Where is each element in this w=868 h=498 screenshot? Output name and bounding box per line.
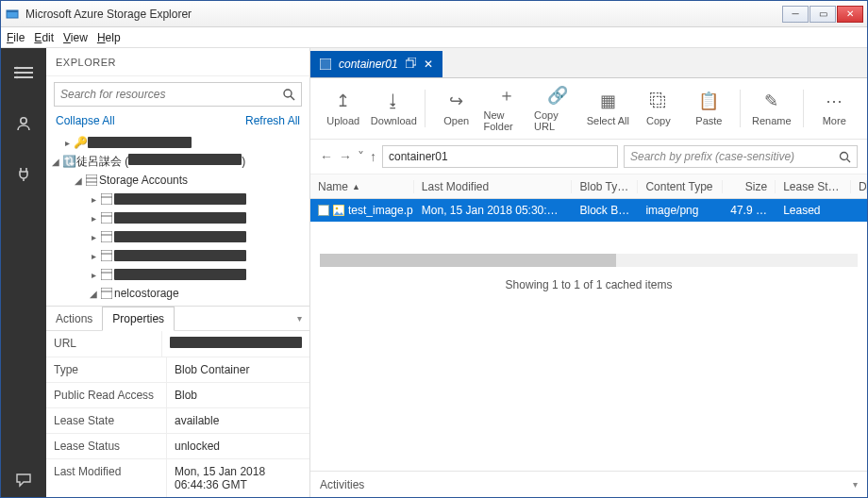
tree-storage-account-item[interactable]: ▸ <box>46 265 309 284</box>
blob-size: 47.9 KB <box>723 204 776 217</box>
more-button[interactable]: ⋯More <box>810 84 858 133</box>
minimize-button[interactable]: ─ <box>782 6 809 23</box>
col-blob-type[interactable]: Blob Type <box>572 180 638 193</box>
paste-button[interactable]: 📋Paste <box>686 84 733 133</box>
image-file-icon <box>333 204 344 217</box>
activity-explorer-icon[interactable] <box>1 56 46 90</box>
account-label: nelcostorage <box>114 287 179 300</box>
menu-help[interactable]: Help <box>97 31 121 44</box>
tree-storage-account-nelco[interactable]: ◢nelcostorage <box>46 284 309 303</box>
col-name[interactable]: Name ▲ <box>310 180 414 193</box>
subscription-label: 徒呂謀会 () <box>76 154 245 170</box>
blob-grid-header: Name ▲ Last Modified Blob Type Content T… <box>310 174 867 199</box>
nav-up-icon[interactable]: ↑ <box>370 149 376 164</box>
svg-rect-16 <box>101 212 112 224</box>
horizontal-scrollbar[interactable] <box>320 254 858 267</box>
tree-subscription[interactable]: ◢🔃徒呂謀会 () <box>46 152 309 171</box>
svg-rect-1 <box>7 10 18 12</box>
copy-button[interactable]: ⿻Copy <box>635 84 682 133</box>
toolbar-divider <box>425 90 426 127</box>
prefix-search-box[interactable]: Search by prefix (case-sensitive) <box>624 145 858 168</box>
activity-feedback-icon[interactable] <box>1 463 46 497</box>
menu-file[interactable]: File <box>7 31 25 44</box>
open-button[interactable]: ↪Open <box>433 84 480 133</box>
toolbar-divider <box>803 90 804 127</box>
col-size[interactable]: Size <box>723 180 776 193</box>
tab-properties[interactable]: Properties <box>102 307 175 331</box>
doc-tab-container01[interactable]: container01 ✕ <box>310 51 442 77</box>
nav-back-icon[interactable]: ← <box>320 149 333 164</box>
tree-row-collapsed[interactable]: ▸🔑 <box>46 133 309 152</box>
blob-row[interactable]: test_image.png Mon, 15 Jan 2018 05:30:07… <box>310 199 867 222</box>
tree-storage-account-item[interactable]: ▸ <box>46 227 309 246</box>
svg-rect-28 <box>320 58 331 70</box>
scrollbar-thumb[interactable] <box>320 254 616 267</box>
prop-row: Lease Stateavailable <box>46 407 309 433</box>
activity-account-icon[interactable] <box>1 107 46 141</box>
svg-rect-11 <box>86 174 97 186</box>
paste-icon: 📋 <box>698 91 719 111</box>
prop-row: Public Read AccessBlob <box>46 382 309 407</box>
copy-url-button[interactable]: 🔗Copy URL <box>534 84 581 133</box>
close-button[interactable]: ✕ <box>837 6 863 23</box>
download-button[interactable]: ⭳Download <box>371 84 418 133</box>
nav-forward-icon[interactable]: → <box>339 149 352 164</box>
nav-down-icon[interactable]: ˅ <box>358 149 364 164</box>
doc-tab-label: container01 <box>339 58 398 71</box>
svg-line-32 <box>847 158 851 162</box>
prop-row: Last ModifiedMon, 15 Jan 2018 06:44:36 G… <box>46 458 309 497</box>
refresh-all-link[interactable]: Refresh All <box>245 114 300 127</box>
menu-view[interactable]: View <box>63 31 88 44</box>
resource-search-input[interactable] <box>60 88 282 101</box>
grid-status: Showing 1 to 1 of 1 cached items <box>310 273 867 301</box>
select-all-button[interactable]: ▦Select All <box>585 84 632 133</box>
plus-icon: ＋ <box>498 85 515 106</box>
blob-grid-body: test_image.png Mon, 15 Jan 2018 05:30:07… <box>310 199 867 301</box>
content-area: container01 ✕ ↥Upload ⭳Download ↪Open ＋N… <box>310 48 867 497</box>
tab-close-icon[interactable]: ✕ <box>424 58 433 71</box>
upload-button[interactable]: ↥Upload <box>320 84 367 133</box>
activity-bar <box>1 48 46 497</box>
svg-rect-33 <box>319 206 329 216</box>
nav-row: ← → ˅ ↑ container01 Search by prefix (ca… <box>310 140 867 174</box>
svg-point-9 <box>284 90 292 97</box>
checkbox-icon[interactable] <box>318 204 329 217</box>
activity-connect-icon[interactable] <box>1 158 46 191</box>
svg-rect-22 <box>101 269 112 280</box>
tab-link-icon[interactable] <box>406 58 416 71</box>
col-lease-state[interactable]: Lease State <box>776 180 851 193</box>
blob-modified: Mon, 15 Jan 2018 05:30:07 GMT <box>414 204 573 217</box>
tree-storage-account-item[interactable]: ▸ <box>46 190 309 208</box>
col-modified[interactable]: Last Modified <box>414 180 573 193</box>
tab-actions[interactable]: Actions <box>46 307 102 330</box>
svg-line-10 <box>291 96 294 100</box>
upload-icon: ↥ <box>336 91 350 111</box>
tree-storage-accounts[interactable]: ◢Storage Accounts <box>46 171 309 190</box>
chevron-down-icon[interactable]: ▾ <box>290 313 309 324</box>
resource-search-box[interactable] <box>54 82 302 107</box>
properties-table: URL TypeBlob Container Public Read Acces… <box>46 331 309 497</box>
select-all-icon: ▦ <box>600 91 616 111</box>
svg-point-8 <box>21 118 26 124</box>
svg-rect-30 <box>406 60 413 68</box>
activities-panel-header[interactable]: Activities ▾ <box>310 471 867 497</box>
tree-storage-account-item[interactable]: ▸ <box>46 208 309 227</box>
path-box[interactable]: container01 <box>382 145 618 168</box>
rename-button[interactable]: ✎Rename <box>748 84 795 133</box>
tree-storage-account-item[interactable]: ▸ <box>46 246 309 265</box>
new-folder-button[interactable]: ＋New Folder <box>483 84 530 133</box>
link-icon: 🔗 <box>547 85 568 106</box>
prop-row: URL <box>46 331 309 357</box>
resource-tree: ▸🔑 ◢🔃徒呂謀会 () ◢Storage Accounts ▸ ▸ ▸ ▸ ▸… <box>46 131 309 306</box>
collapse-all-link[interactable]: Collapse All <box>56 114 115 127</box>
svg-point-31 <box>841 152 848 159</box>
blob-type: Block Blob <box>572 204 638 217</box>
menubar: File Edit View Help <box>1 27 867 48</box>
col-extra[interactable]: D <box>851 180 867 193</box>
maximize-button[interactable]: ▭ <box>810 6 836 23</box>
chevron-down-icon[interactable]: ▾ <box>853 479 858 490</box>
svg-point-5 <box>16 67 19 70</box>
menu-edit[interactable]: Edit <box>34 31 54 44</box>
blob-lease: Leased <box>776 204 851 217</box>
col-content-type[interactable]: Content Type <box>638 180 723 193</box>
